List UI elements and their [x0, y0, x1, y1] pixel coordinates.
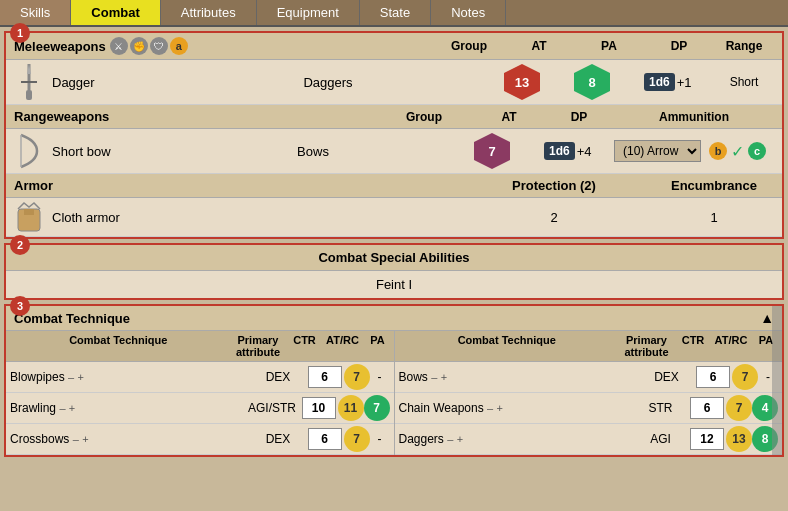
tab-attributes[interactable]: Attributes	[161, 0, 257, 25]
ct-daggers-minus[interactable]: –	[447, 433, 453, 445]
tab-state[interactable]: State	[360, 0, 431, 25]
ct-row-brawling: Brawling – + AGI/STR 10 11 7	[6, 393, 394, 424]
ct-header: Combat Technique ▲	[6, 306, 782, 331]
ct-chainweapons-ctr[interactable]: 6	[690, 397, 724, 419]
armor-header: Armor Protection (2) Encumbrance	[6, 174, 782, 198]
bow-vals: 7 1d6 +4 (10) Arrow b ✓ c	[474, 133, 774, 169]
ct-chainweapons-name: Chain Weapons – +	[399, 401, 634, 415]
bow-at: 7	[474, 133, 544, 169]
ammo-select[interactable]: (10) Arrow	[614, 140, 701, 162]
ranged-weapon-row: Short bow Bows 7 1d6 +4 (10) Arrow b ✓ c	[6, 129, 782, 174]
ct-right-col-attr: Primary attribute	[619, 331, 674, 361]
armor-title: Armor	[14, 178, 454, 193]
ct-section: 3 Combat Technique ▲ Combat Technique Pr…	[4, 304, 784, 457]
ct-bows-atrc: 7	[732, 364, 758, 390]
dagger-dp-box: 1d6	[644, 73, 675, 91]
melee-icon-fist[interactable]: ✊	[130, 37, 148, 55]
bow-check-icon[interactable]: ✓	[731, 142, 744, 161]
bow-dp-val: 1d6 +4	[544, 142, 614, 160]
tab-combat[interactable]: Combat	[71, 0, 160, 25]
scrollbar[interactable]	[772, 306, 782, 455]
ct-brawling-ctr[interactable]: 10	[302, 397, 336, 419]
armor-icon	[14, 202, 44, 232]
ct-chainweapons-plus[interactable]: +	[496, 402, 502, 414]
melee-icon-shield[interactable]: 🛡	[150, 37, 168, 55]
dagger-icon	[14, 67, 44, 97]
ct-bows-plus[interactable]: +	[441, 371, 447, 383]
bow-group: Bows	[152, 144, 474, 159]
ct-row-crossbows: Crossbows – + DEX 6 7 -	[6, 424, 394, 455]
tab-equipment[interactable]: Equipment	[257, 0, 360, 25]
armor-row: Cloth armor 2 1	[6, 198, 782, 237]
tab-skills[interactable]: Skills	[0, 0, 71, 25]
bow-ammo: (10) Arrow b ✓ c	[614, 140, 774, 162]
bow-dp-bonus: +4	[577, 144, 592, 159]
dagger-at-dice[interactable]: 13	[504, 64, 540, 100]
melee-weapon-row: Dagger Daggers 13 8 1d6 +1 Short	[6, 60, 782, 105]
ct-left: Combat Technique Primary attribute CTR A…	[6, 331, 395, 455]
armor-name: Cloth armor	[52, 210, 152, 225]
ct-daggers-ctr[interactable]: 12	[690, 428, 724, 450]
bow-icon-b[interactable]: b	[709, 142, 727, 160]
ct-brawling-attr: AGI/STR	[245, 401, 300, 415]
melee-col-group: Group	[434, 39, 504, 53]
dagger-range: Short	[714, 75, 774, 89]
ct-blowpipes-minus[interactable]: –	[68, 371, 74, 383]
bow-icon-c[interactable]: c	[748, 142, 766, 160]
dagger-pa-dice[interactable]: 8	[574, 64, 610, 100]
ct-row-chainweapons: Chain Weapons – + STR 6 7 4	[395, 393, 783, 424]
csa-header: Combat Special Abilities	[6, 245, 782, 271]
range-header: Rangeweapons Group AT DP Ammunition	[6, 105, 782, 129]
melee-icon-a[interactable]: a	[170, 37, 188, 55]
tab-bar: Skills Combat Attributes Equipment State…	[0, 0, 788, 27]
ct-left-col-name: Combat Technique	[6, 331, 231, 361]
ct-chainweapons-minus[interactable]: –	[487, 402, 493, 414]
range-col-ammo: Ammunition	[614, 110, 774, 124]
range-col-dp: DP	[544, 110, 614, 124]
tab-notes[interactable]: Notes	[431, 0, 506, 25]
bow-at-dice[interactable]: 7	[474, 133, 510, 169]
ct-blowpipes-ctr[interactable]: 6	[308, 366, 342, 388]
csa-item-feint: Feint I	[376, 277, 412, 292]
melee-icon-sword[interactable]: ⚔	[110, 37, 128, 55]
ct-crossbows-ctr[interactable]: 6	[308, 428, 342, 450]
melee-title: Meleeweapons	[14, 39, 106, 54]
dagger-dp-val: 1d6 +1	[644, 73, 714, 91]
ct-chainweapons-atrc: 7	[726, 395, 752, 421]
dagger-vals: 13 8 1d6 +1 Short	[504, 64, 774, 100]
weapons-section: 1 Meleeweapons ⚔ ✊ 🛡 a Group AT PA DP Ra…	[4, 31, 784, 239]
ct-daggers-plus[interactable]: +	[457, 433, 463, 445]
dagger-dp: 1d6 +1	[644, 73, 714, 91]
ct-brawling-name: Brawling – +	[10, 401, 245, 415]
ct-crossbows-minus[interactable]: –	[73, 433, 79, 445]
ct-bows-minus[interactable]: –	[431, 371, 437, 383]
ct-brawling-plus[interactable]: +	[69, 402, 75, 414]
ct-brawling-atrc: 11	[338, 395, 364, 421]
ct-row-blowpipes: Blowpipes – + DEX 6 7 -	[6, 362, 394, 393]
bow-name: Short bow	[52, 144, 152, 159]
ct-right: Combat Technique Primary attribute CTR A…	[395, 331, 783, 455]
ct-right-col-atrc: AT/RC	[712, 331, 750, 361]
ct-chainweapons-attr: STR	[633, 401, 688, 415]
ct-daggers-attr: AGI	[633, 432, 688, 446]
ct-bows-name: Bows – +	[399, 370, 640, 384]
armor-protection-val: 2	[454, 210, 654, 225]
range-title: Rangeweapons	[14, 109, 109, 124]
ct-crossbows-attr: DEX	[251, 432, 306, 446]
ct-left-headers: Combat Technique Primary attribute CTR A…	[6, 331, 394, 362]
ct-bows-ctr[interactable]: 6	[696, 366, 730, 388]
ct-crossbows-plus[interactable]: +	[82, 433, 88, 445]
ct-left-col-attr: Primary attribute	[231, 331, 286, 361]
armor-encumbrance-label: Encumbrance	[654, 178, 774, 193]
melee-col-pa: PA	[574, 39, 644, 53]
melee-col-at: AT	[504, 39, 574, 53]
ct-left-col-pa: PA	[362, 331, 394, 361]
ct-blowpipes-name: Blowpipes – +	[10, 370, 251, 384]
ct-blowpipes-plus[interactable]: +	[78, 371, 84, 383]
dagger-dp-bonus: +1	[677, 75, 692, 90]
bow-icon	[14, 136, 44, 166]
ct-daggers-name: Daggers – +	[399, 432, 634, 446]
ct-brawling-minus[interactable]: –	[59, 402, 65, 414]
melee-icons: ⚔ ✊ 🛡 a	[110, 37, 188, 55]
dagger-pa: 8	[574, 64, 644, 100]
